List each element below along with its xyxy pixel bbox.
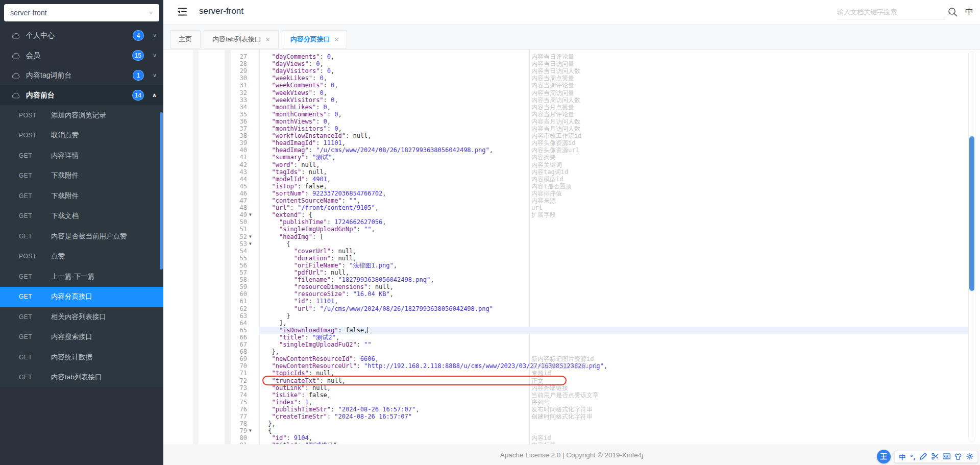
fold-arrow-icon[interactable]: ▼ (249, 233, 252, 240)
code-line: 70 "newContentResourceUrl": "http://192.… (163, 362, 980, 370)
project-select[interactable]: server-front ∨ (4, 4, 159, 21)
fold-arrow-icon[interactable]: ▼ (249, 211, 252, 218)
fold-arrow-icon[interactable]: ▼ (249, 427, 252, 434)
field-annotation: 内容摘要 (531, 154, 556, 161)
sidebar-endpoint[interactable]: GET相关内容列表接口 (0, 307, 163, 327)
line-number: 30 (163, 75, 247, 82)
search-input[interactable] (837, 5, 945, 19)
sidebar-group-3[interactable]: 内容前台14∧ (0, 85, 163, 105)
code-text: "extend": { (264, 211, 312, 218)
sidebar-endpoint[interactable]: GET内容分页接口 (0, 287, 163, 307)
tab-close-icon[interactable]: × (335, 36, 339, 43)
code-text: "pdfUrl": null, (264, 269, 349, 276)
sidebar-endpoint[interactable]: GET上一篇-下一篇 (0, 266, 163, 287)
code-line: 31 "weekComments": 0,内容当周评论量 (163, 82, 980, 89)
ime-pencil-icon[interactable] (920, 453, 927, 461)
endpoint-count-badge: 1 (133, 70, 144, 81)
code-line: 61 "id": 11101, (163, 298, 980, 305)
field-annotation: 内容当周评论量 (531, 82, 574, 89)
line-number: 63 (163, 312, 247, 320)
field-annotation: 内容tag词id (531, 168, 568, 176)
code-text: "word": null, (264, 161, 320, 168)
line-number: 52 (163, 233, 247, 240)
code-text: "dayVisitors": 0, (264, 67, 334, 75)
line-number: 58 (163, 276, 247, 283)
endpoint-label: 相关内容列表接口 (51, 312, 106, 322)
ime-skin-icon[interactable] (954, 453, 962, 461)
code-text: "duration": null, (264, 255, 357, 262)
code-text: "oriFileName": "法律图1.png", (264, 262, 397, 269)
field-annotation: 内容关键词 (531, 161, 562, 168)
line-number: 65 (163, 327, 247, 334)
ime-sogou-badge[interactable]: 王 (877, 450, 891, 463)
code-line: 42 "word": null,内容关键词 (163, 161, 980, 168)
fold-arrow-icon[interactable]: ▼ (249, 240, 252, 248)
sidebar-scrollbar-thumb[interactable] (160, 112, 163, 270)
sidebar-endpoint[interactable]: GET内容搜索接口 (0, 327, 163, 348)
code-line: 74 "isLike": false,当前用户是否点赞该文章 (163, 391, 980, 399)
sidebar-endpoint[interactable]: GET内容tab列表接口 (0, 368, 163, 388)
code-line: 80 "id": 9104,内容id (163, 434, 980, 442)
search-icon[interactable] (948, 7, 958, 17)
code-text: "resourceDimensions": null, (264, 283, 394, 290)
tab-item[interactable]: 主页 (170, 30, 201, 48)
editor-scrollbar-thumb[interactable] (969, 136, 974, 291)
field-annotation: 内容外部链接 (531, 384, 568, 391)
tab-item[interactable]: 内容tab列表接口× (204, 30, 279, 48)
endpoint-count-badge: 4 (133, 30, 144, 41)
code-line: 28 "dayViews": 0,内容当日访问量 (163, 60, 980, 67)
sidebar-group-1[interactable]: 会员15∨ (0, 45, 163, 65)
tab-active[interactable]: 内容分页接口× (282, 30, 348, 48)
code-line: 45 "isTop": false,内容t是否置顶 (163, 183, 980, 190)
menu-fold-icon[interactable] (177, 7, 187, 17)
sidebar-endpoint[interactable]: GET内容是否被当前用户点赞 (0, 226, 163, 247)
sidebar-groups: 个人中心4∨会员15∨内容tag词前台1∨内容前台14∧ (0, 26, 163, 105)
code-line: 50 "publishTime": 1724662627056, (163, 218, 980, 226)
code-line: 44 "modelId": 4901,内容模型id (163, 176, 980, 183)
language-switch-icon[interactable]: 中 (965, 7, 973, 17)
header: server-front 中 (163, 0, 980, 25)
line-number: 66 (163, 334, 247, 341)
tab-label: 内容分页接口 (290, 35, 330, 44)
sidebar-endpoint[interactable]: GET内容统计数据 (0, 347, 163, 368)
ime-language-icon[interactable]: 中 (899, 454, 905, 460)
code-text: "id": 9104, (264, 434, 312, 442)
sidebar-endpoint[interactable]: POST取消点赞 (0, 126, 163, 146)
ime-keyboard-icon[interactable] (943, 453, 950, 460)
sidebar-endpoint[interactable]: GET下载附件 (0, 186, 163, 206)
response-json-editor[interactable]: 27 "dayComments": 0,内容当日评论量28 "dayViews"… (163, 50, 980, 444)
ime-scissors-icon[interactable] (932, 453, 939, 461)
sidebar: server-front ∨ 个人中心4∨会员15∨内容tag词前台1∨内容前台… (0, 0, 163, 465)
line-number: 37 (163, 125, 247, 132)
code-text: "sortNum": 9223372036854766702, (264, 190, 386, 197)
code-text: }, (264, 348, 279, 355)
code-line: 33 "weekVisitors": 0,内容当周访问人数 (163, 96, 980, 104)
ime-punctuation-icon[interactable]: °, (910, 454, 916, 460)
code-line: 56 "oriFileName": "法律图1.png", (163, 262, 980, 269)
code-text: "dayComments": 0, (264, 53, 334, 60)
field-annotation: 内容审核工作流id (531, 132, 581, 139)
line-number: 41 (163, 154, 247, 161)
sidebar-endpoint[interactable]: GET内容详情 (0, 145, 163, 166)
sidebar-endpoint[interactable]: POST点赞 (0, 247, 163, 267)
line-number: 39 (163, 139, 247, 146)
field-annotation: 内容t是否置顶 (531, 183, 572, 190)
line-number: 56 (163, 262, 247, 269)
tab-close-icon[interactable]: × (266, 36, 270, 43)
sidebar-endpoint[interactable]: POST添加内容浏览记录 (0, 105, 163, 126)
ime-settings-gear-icon[interactable] (966, 453, 973, 461)
code-text: }, (264, 420, 276, 427)
sidebar-endpoint[interactable]: GET下载文档 (0, 206, 163, 227)
code-line: 69 "newContentResourceId": 6606,新内容标记图片资… (163, 355, 980, 362)
tab-bar: 主页内容tab列表接口×内容分页接口× (163, 25, 980, 50)
code-text: "monthLikes": 0, (264, 104, 331, 111)
sidebar-group-0[interactable]: 个人中心4∨ (0, 26, 163, 45)
code-line: 63 } (163, 312, 980, 320)
code-line: 65 "isDownloadImag": false, (163, 327, 980, 334)
field-annotation: 内容当周点赞量 (531, 75, 574, 82)
code-text: "monthComments": 0, (264, 111, 342, 118)
sidebar-endpoints: POST添加内容浏览记录POST取消点赞GET内容详情GET下载附件GET下载附… (0, 105, 163, 387)
sidebar-endpoint[interactable]: GET下载附件 (0, 166, 163, 186)
code-text: "publishTime": 1724662627056, (264, 218, 386, 226)
sidebar-group-2[interactable]: 内容tag词前台1∨ (0, 65, 163, 85)
